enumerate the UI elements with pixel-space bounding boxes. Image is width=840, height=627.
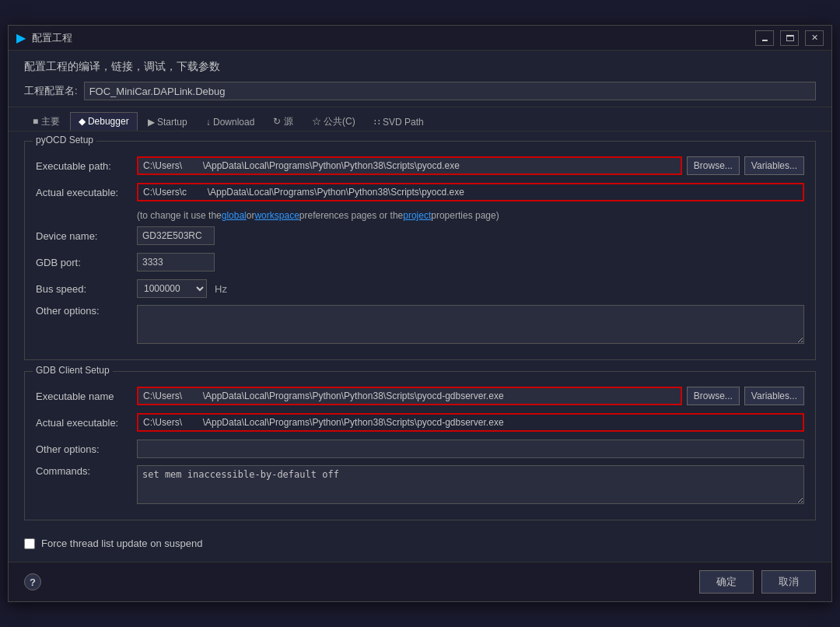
gdb-commands-textarea[interactable]: set mem inaccessible-by-default off [137, 465, 804, 504]
window-title: 配置工程 [32, 31, 72, 45]
gdb-exec-name-row: Executable name Browse... Variables... [36, 386, 804, 406]
footer-left: ? [24, 573, 41, 590]
gdb-actual-exec-row: Actual executable: [36, 412, 804, 433]
actual-exec-label: Actual executable: [36, 187, 137, 198]
gdb-actual-exec-field [137, 413, 804, 432]
config-name-row: 工程配置名: [24, 82, 816, 100]
device-name-field [137, 226, 804, 245]
device-name-input[interactable] [137, 226, 215, 245]
dialog-footer: ? 确定 取消 [9, 562, 831, 601]
bus-speed-label: Bus speed: [36, 283, 137, 295]
hint-text-mid1: or [247, 210, 255, 221]
hint-workspace-link[interactable]: workspace [254, 210, 299, 221]
bus-speed-select[interactable]: 1000000 500000 250000 [137, 279, 207, 298]
exec-path-row: Executable path: Browse... Variables... [36, 156, 804, 176]
bus-speed-row: Bus speed: 1000000 500000 250000 Hz [36, 278, 804, 299]
gdb-other-options-field [137, 440, 804, 458]
exec-path-browse-button[interactable]: Browse... [687, 156, 740, 175]
tab-debugger[interactable]: ◆ Debugger [70, 112, 138, 131]
title-bar-controls: 🗕 🗖 ✕ [755, 30, 824, 46]
exec-path-field: Browse... Variables... [137, 156, 804, 175]
exec-path-label: Executable path: [36, 160, 137, 172]
gdb-exec-name-input[interactable] [137, 387, 682, 405]
pyocd-section-title: pyOCD Setup [33, 135, 96, 145]
pyocd-other-options-label: Other options: [36, 305, 137, 317]
gdb-section-title: GDB Client Setup [33, 365, 113, 376]
gdb-actual-exec-input [137, 413, 804, 432]
title-bar: ▶ 配置工程 🗕 🗖 ✕ [9, 26, 831, 51]
tab-main[interactable]: ■ 主要 [24, 111, 68, 131]
force-thread-row: Force thread list update on suspend [24, 531, 816, 552]
actual-exec-row: Actual executable: [36, 182, 804, 202]
hint-text-before: (to change it use the [137, 210, 222, 221]
exec-path-variables-button[interactable]: Variables... [744, 156, 804, 175]
gdb-browse-button[interactable]: Browse... [687, 387, 740, 405]
bus-speed-field: 1000000 500000 250000 Hz [137, 279, 804, 298]
dialog-header: 配置工程的编译，链接，调试，下载参数 工程配置名: [9, 51, 831, 107]
hint-text-mid2: preferences pages or the [299, 210, 403, 221]
tab-download[interactable]: ↓ Download [198, 113, 264, 131]
hint-row: (to change it use the global or workspac… [36, 208, 804, 226]
actual-exec-field [137, 183, 804, 201]
gdb-client-setup-section: GDB Client Setup Executable name Browse.… [24, 371, 816, 520]
gdb-variables-button[interactable]: Variables... [744, 387, 804, 405]
hint-text-after: properties page) [431, 210, 499, 221]
tabs-row: ■ 主要 ◆ Debugger ▶ Startup ↓ Download ↻ 源… [9, 107, 831, 131]
exec-path-input[interactable] [137, 156, 682, 175]
app-icon: ▶ [16, 30, 26, 45]
pyocd-other-options-field [137, 305, 804, 344]
force-thread-label: Force thread list update on suspend [41, 538, 202, 549]
ok-button[interactable]: 确定 [699, 570, 754, 594]
dialog-subtitle: 配置工程的编译，链接，调试，下载参数 [24, 60, 816, 74]
main-window: ▶ 配置工程 🗕 🗖 ✕ 配置工程的编译，链接，调试，下载参数 工程配置名: ■… [8, 25, 832, 602]
hint-global-link[interactable]: global [222, 210, 247, 221]
title-bar-left: ▶ 配置工程 [16, 30, 72, 45]
maximize-button[interactable]: 🗖 [780, 30, 799, 46]
gdb-other-options-row: Other options: [36, 439, 804, 459]
actual-exec-input [137, 183, 804, 201]
gdb-exec-name-label: Executable name [36, 391, 137, 402]
config-name-label: 工程配置名: [24, 84, 78, 98]
bus-speed-unit: Hz [215, 283, 227, 295]
pyocd-other-options-row: Other options: [36, 305, 804, 344]
gdb-commands-row: Commands: set mem inaccessible-by-defaul… [36, 465, 804, 504]
pyocd-other-options-textarea[interactable] [137, 305, 804, 344]
device-name-row: Device name: [36, 226, 804, 246]
tab-startup[interactable]: ▶ Startup [139, 113, 196, 131]
gdb-port-field [137, 253, 804, 271]
tab-source[interactable]: ↻ 源 [264, 111, 301, 131]
gdb-other-options-label: Other options: [36, 443, 137, 455]
minimize-button[interactable]: 🗕 [755, 30, 774, 46]
device-name-label: Device name: [36, 230, 137, 242]
gdb-other-options-input[interactable] [137, 440, 804, 458]
gdb-exec-name-field: Browse... Variables... [137, 387, 804, 405]
tab-svd-path[interactable]: ∷ SVD Path [366, 113, 432, 131]
tab-common[interactable]: ☆ 公共(C) [303, 111, 364, 131]
gdb-commands-label: Commands: [36, 465, 137, 477]
dialog-body: pyOCD Setup Executable path: Browse... V… [9, 131, 831, 562]
config-name-input[interactable] [84, 82, 816, 100]
help-button[interactable]: ? [24, 573, 41, 590]
footer-right: 确定 取消 [699, 570, 816, 594]
gdb-port-row: GDB port: [36, 252, 804, 272]
close-button[interactable]: ✕ [805, 30, 824, 46]
gdb-port-input[interactable] [137, 253, 215, 271]
gdb-port-label: GDB port: [36, 257, 137, 268]
force-thread-checkbox[interactable] [24, 538, 35, 549]
gdb-commands-field: set mem inaccessible-by-default off [137, 465, 804, 504]
gdb-actual-exec-label: Actual executable: [36, 417, 137, 429]
pyocd-setup-section: pyOCD Setup Executable path: Browse... V… [24, 141, 816, 360]
hint-project-link[interactable]: project [403, 210, 431, 221]
cancel-button[interactable]: 取消 [761, 570, 816, 594]
